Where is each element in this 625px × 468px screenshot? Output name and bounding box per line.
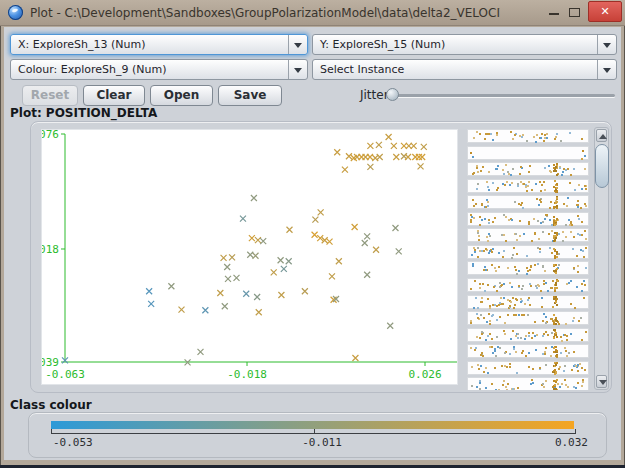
- data-point-marker[interactable]: [364, 233, 370, 239]
- attribute-strip[interactable]: [467, 377, 589, 390]
- data-point-marker[interactable]: [255, 237, 261, 243]
- data-point-marker[interactable]: [225, 276, 231, 282]
- data-point-marker[interactable]: [418, 163, 424, 169]
- scatter-plot-area[interactable]: 0.0760.018-0.039-0.063-0.0180.026: [41, 129, 458, 385]
- data-point-marker[interactable]: [334, 149, 340, 155]
- data-point-marker[interactable]: [362, 240, 368, 246]
- data-point-marker[interactable]: [393, 154, 399, 160]
- close-button[interactable]: ✕: [588, 1, 622, 22]
- minimize-icon[interactable]: [549, 13, 559, 15]
- data-point-marker[interactable]: [312, 232, 318, 238]
- data-point-marker[interactable]: [146, 288, 152, 294]
- data-point-marker[interactable]: [240, 216, 246, 222]
- save-button[interactable]: Save: [218, 85, 282, 106]
- data-point-marker[interactable]: [352, 355, 358, 361]
- attribute-strip[interactable]: [467, 245, 589, 259]
- attribute-strip[interactable]: [467, 361, 589, 375]
- data-point-marker[interactable]: [352, 224, 358, 230]
- attribute-strip[interactable]: [467, 295, 589, 309]
- data-point-marker[interactable]: [148, 301, 154, 307]
- data-point-marker[interactable]: [396, 248, 402, 254]
- data-point-marker[interactable]: [249, 235, 255, 241]
- open-button[interactable]: Open: [150, 85, 213, 106]
- attribute-strip[interactable]: [467, 228, 589, 242]
- data-point-marker[interactable]: [224, 264, 230, 270]
- maximize-icon[interactable]: [569, 8, 580, 17]
- attribute-strip[interactable]: [467, 278, 589, 292]
- data-point-marker[interactable]: [346, 153, 352, 159]
- dropdown-arrow-box[interactable]: [288, 35, 307, 54]
- data-point-marker[interactable]: [367, 154, 373, 160]
- data-point-marker[interactable]: [286, 227, 292, 233]
- data-point-marker[interactable]: [329, 273, 335, 279]
- attribute-strip[interactable]: [467, 162, 589, 176]
- data-point-marker[interactable]: [336, 258, 342, 264]
- data-point-marker[interactable]: [405, 154, 411, 160]
- data-point-marker[interactable]: [411, 143, 417, 149]
- attribute-strip[interactable]: [467, 328, 589, 342]
- slider-knob[interactable]: [386, 88, 399, 101]
- data-point-marker[interactable]: [281, 266, 287, 272]
- data-point-marker[interactable]: [221, 255, 227, 261]
- attribute-strip[interactable]: [467, 195, 589, 209]
- data-point-marker[interactable]: [373, 247, 379, 253]
- data-point-marker[interactable]: [243, 291, 249, 297]
- data-point-marker[interactable]: [286, 258, 292, 264]
- y-attribute-dropdown[interactable]: Y: ExploreSh_15 (Num): [312, 34, 617, 55]
- strips-scrollbar[interactable]: [594, 127, 609, 390]
- data-point-marker[interactable]: [312, 217, 318, 223]
- dropdown-arrow-box[interactable]: [597, 60, 616, 79]
- scroll-up-icon[interactable]: [596, 129, 607, 142]
- data-point-marker[interactable]: [178, 307, 184, 313]
- slider-track[interactable]: [394, 94, 615, 97]
- data-point-marker[interactable]: [367, 164, 373, 170]
- attribute-strip[interactable]: [467, 261, 589, 275]
- dropdown-arrow-box[interactable]: [597, 35, 616, 54]
- data-point-marker[interactable]: [302, 288, 308, 294]
- data-point-marker[interactable]: [271, 269, 277, 275]
- x-attribute-dropdown[interactable]: X: ExploreSh_13 (Num): [10, 34, 308, 55]
- colour-attribute-dropdown[interactable]: Colour: ExploreSh_9 (Num): [10, 59, 308, 80]
- data-point-marker[interactable]: [376, 142, 382, 148]
- attribute-strip[interactable]: [467, 129, 589, 143]
- data-point-marker[interactable]: [222, 303, 228, 309]
- data-point-marker[interactable]: [416, 154, 422, 160]
- data-point-marker[interactable]: [253, 253, 259, 259]
- data-point-marker[interactable]: [367, 143, 373, 149]
- data-point-marker[interactable]: [387, 323, 393, 329]
- select-instance-dropdown[interactable]: Select Instance: [312, 59, 617, 80]
- scrollbar-thumb[interactable]: [595, 144, 609, 188]
- data-point-marker[interactable]: [247, 252, 253, 258]
- attribute-strip[interactable]: [467, 212, 589, 226]
- data-point-marker[interactable]: [318, 209, 324, 215]
- data-point-marker[interactable]: [234, 275, 240, 281]
- scroll-down-icon[interactable]: [596, 375, 607, 388]
- data-point-marker[interactable]: [421, 144, 427, 150]
- data-point-marker[interactable]: [391, 143, 397, 149]
- data-point-marker[interactable]: [278, 257, 284, 263]
- data-point-marker[interactable]: [278, 292, 284, 298]
- data-point-marker[interactable]: [251, 195, 257, 201]
- data-point-marker[interactable]: [419, 154, 425, 160]
- attribute-strip[interactable]: [467, 179, 589, 193]
- data-point-marker[interactable]: [217, 290, 223, 296]
- data-point-marker[interactable]: [377, 154, 383, 160]
- data-point-marker[interactable]: [168, 283, 174, 289]
- reset-button[interactable]: Reset: [22, 85, 78, 106]
- data-point-marker[interactable]: [256, 309, 262, 315]
- data-point-marker[interactable]: [229, 254, 235, 260]
- data-point-marker[interactable]: [364, 272, 370, 278]
- data-point-marker[interactable]: [342, 167, 348, 173]
- clear-button[interactable]: Clear: [83, 85, 145, 106]
- attribute-strip[interactable]: [467, 311, 589, 325]
- data-point-marker[interactable]: [392, 225, 398, 231]
- jitter-slider[interactable]: [386, 85, 615, 106]
- dropdown-arrow-box[interactable]: [288, 60, 307, 79]
- data-point-marker[interactable]: [198, 349, 204, 355]
- data-point-marker[interactable]: [260, 238, 266, 244]
- data-point-marker[interactable]: [327, 239, 333, 245]
- data-point-marker[interactable]: [254, 294, 260, 300]
- attribute-strip[interactable]: [467, 344, 589, 358]
- data-point-marker[interactable]: [202, 307, 208, 313]
- titlebar[interactable]: Plot - C:\Development\Sandboxes\GroupPol…: [0, 0, 625, 26]
